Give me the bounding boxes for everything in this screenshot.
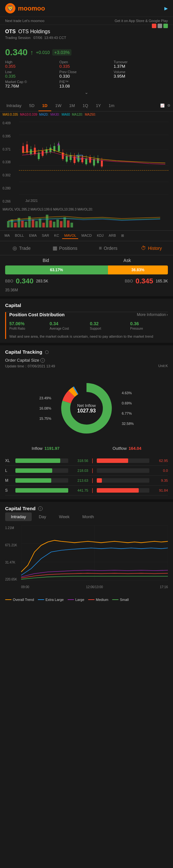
ind-ema[interactable]: EMA <box>27 232 39 239</box>
trend-tab-day[interactable]: Day <box>33 513 52 521</box>
svg-rect-69 <box>67 220 70 227</box>
svg-rect-59 <box>32 219 34 227</box>
ind-more[interactable]: ⊞ <box>119 232 126 239</box>
trend-tab-month[interactable]: Month <box>77 513 100 521</box>
ind-kdj[interactable]: KDJ <box>95 232 105 239</box>
candlestick-chart: 0.409 0.395 0.371 0.338 0.302 0.280 0.26… <box>0 118 173 207</box>
ind-macd[interactable]: MACD <box>79 232 94 239</box>
price-arrow: ↑ <box>30 49 33 56</box>
xl-inflow-bar-container <box>16 459 68 463</box>
bottom-tab-history[interactable]: ⏱ History <box>130 241 173 255</box>
trend-tabs: Intraday Day Week Month <box>5 513 168 521</box>
subtitle-bar: Next trade Let's moomoo Get it on App St… <box>0 17 173 25</box>
bbo-row: BBO 0.340 283.5K BBO 0.345 165.3K <box>0 274 173 288</box>
outflow-value: 164.04 <box>128 446 141 451</box>
bottom-tab-history-label: History <box>148 246 162 251</box>
tab-1y[interactable]: 1Y <box>92 100 105 111</box>
tab-1m[interactable]: 1M <box>65 100 79 111</box>
ma5-label: MA5:0.335 <box>3 113 18 116</box>
chart-type-icon[interactable]: 📈 <box>160 103 165 108</box>
bbo-ask-price: 0.345 <box>135 277 153 285</box>
position-note: Wait and see area, the market outlook is… <box>9 334 168 339</box>
inflow-label: Inflow <box>32 446 43 451</box>
xl-inflow-bar <box>16 459 60 463</box>
tab-1q[interactable]: 1Q <box>79 100 92 111</box>
donut-pct-463: 4.63% <box>122 391 133 395</box>
avg-cost-item: 0.34 Average Cost <box>50 321 88 330</box>
donut-chart-container: 23.49% 16.08% 15.75% Net Inflow 1027.93 … <box>0 376 173 443</box>
bottom-tab-orders[interactable]: ≡ Orders <box>86 241 130 255</box>
legend-large: Large <box>68 598 84 601</box>
trend-info-icon[interactable]: i <box>38 506 43 511</box>
logo: 🦁 moomoo <box>5 3 45 13</box>
ind-ma[interactable]: MA <box>3 232 12 239</box>
l-inflow-bar <box>16 468 52 473</box>
ind-mavol[interactable]: MAVOL <box>62 232 78 239</box>
bottom-tab-positions[interactable]: ▦ Positions <box>43 241 86 255</box>
google-play-icon[interactable]: ▶ <box>164 6 168 11</box>
tab-1d[interactable]: 1D <box>39 100 52 111</box>
legend-label-overall: Overall Trend <box>13 598 34 601</box>
ind-arb[interactable]: ARB <box>107 232 118 239</box>
bid-ask-bar: 63.17% 36.83% <box>5 266 168 274</box>
bottom-tab-positions-label: Positions <box>59 246 77 251</box>
chart-y-0302: 0.302 <box>3 174 17 177</box>
donut-pct-677: 6.77% <box>122 411 133 415</box>
volume-item: Volume 3.95M <box>114 70 168 79</box>
support-item: 0.32 Support <box>90 321 128 330</box>
m-outflow-bar-container <box>97 478 150 483</box>
x-label-1206: 12:06/13:00 <box>86 585 103 589</box>
bottom-tab-trade[interactable]: ◎ Trade <box>0 241 43 255</box>
session-dot-green <box>164 24 168 28</box>
ma120-label: MA120: <box>72 113 83 116</box>
donut-chart: Net Inflow 1027.93 <box>58 379 115 437</box>
stock-header: OTS OTS Holdings Trading Session 07/06 1… <box>0 25 173 45</box>
volume-value: 3.95M <box>114 74 168 79</box>
stock-title: OTS OTS Holdings <box>5 29 66 34</box>
chart-tabs-right: 📈 ⚙ <box>160 100 170 111</box>
order-capital-info-icon[interactable]: i <box>40 358 45 363</box>
pe-item: P/E™ 13.08 <box>59 80 114 89</box>
y-label-671k: 671.21K <box>5 544 17 547</box>
bid-ask-header: Bid Ask <box>5 258 168 266</box>
chart-tabs-bar: Intraday 5D 1D 1W 1M 1Q 1Y 1m 📈 ⚙ <box>0 100 173 112</box>
session-dot-red <box>152 24 156 28</box>
tab-1min[interactable]: 1m <box>105 100 118 111</box>
svg-rect-52 <box>7 221 9 227</box>
chart-settings-icon[interactable]: ⚙ <box>167 103 170 108</box>
export-icon[interactable]: ⬡ <box>45 349 49 354</box>
ma60-label: MA60 <box>61 113 70 116</box>
donut-pct-069: 0.69% <box>122 401 133 405</box>
s-outflow-bar-container <box>97 488 150 493</box>
trend-tab-week[interactable]: Week <box>53 513 75 521</box>
ind-sar[interactable]: SAR <box>40 232 51 239</box>
outflow-label: Outflow <box>113 446 127 451</box>
m-divider: | <box>91 477 94 483</box>
donut-pct-3258: 32.58% <box>122 422 133 426</box>
bbo-bid-vol: 283.5K <box>36 279 48 283</box>
trend-y-labels: 1.21M 671.21K 31.47K 220.65K <box>5 525 17 582</box>
chart-y-0338: 0.338 <box>3 160 17 164</box>
open-item: Open 0.335 <box>59 60 114 69</box>
ind-kc[interactable]: KC <box>52 232 61 239</box>
tab-1w[interactable]: 1W <box>51 100 65 111</box>
xl-outflow-bar-container <box>97 459 150 463</box>
legend-medium: Medium <box>88 598 108 601</box>
y-label-31k: 31.47K <box>5 561 17 564</box>
mavol-label: MAVOL VOL:395.2 MAVOL5:199.6 MAVOL10:286… <box>0 207 173 211</box>
prev-close-value: 0.330 <box>59 74 114 79</box>
xl-outflow-bar <box>97 459 128 463</box>
expand-chevron[interactable]: ⌄ <box>5 89 168 96</box>
more-info-btn[interactable]: More Information › <box>137 312 168 317</box>
position-cost-header: Position Cost Distribution More Informat… <box>9 312 168 317</box>
trend-tab-intraday[interactable]: Intraday <box>5 513 32 521</box>
ind-boll[interactable]: BOLL <box>13 232 26 239</box>
tab-intraday[interactable]: Intraday <box>3 100 25 111</box>
stock-code: OTS <box>5 29 16 34</box>
pe-value: 13.08 <box>59 84 114 89</box>
bbo-bid-label: BBO <box>5 279 13 283</box>
trend-chart: 1.21M 671.21K 31.47K 220.65K <box>5 525 168 589</box>
tab-5d[interactable]: 5D <box>25 100 39 111</box>
outflow-item: Outflow 164.04 <box>113 446 141 451</box>
bbo-ask-label: BBO <box>125 279 133 283</box>
